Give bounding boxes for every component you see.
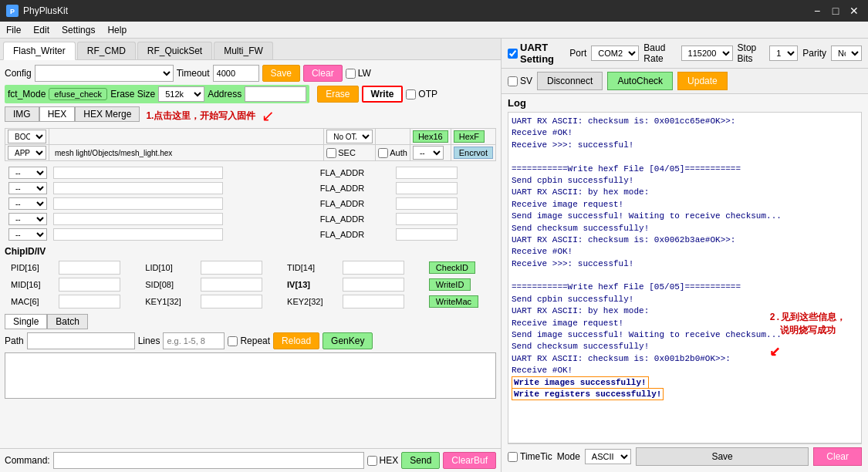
tab-batch[interactable]: Batch xyxy=(47,314,88,329)
ota-select[interactable]: No OTA xyxy=(326,130,373,143)
auth-checkbox[interactable] xyxy=(378,148,388,158)
file-input-boot[interactable] xyxy=(52,130,321,143)
tab-flash-writer[interactable]: Flash_Writer xyxy=(3,42,76,60)
path-input[interactable] xyxy=(27,332,135,349)
fla-file-3[interactable] xyxy=(53,197,223,210)
key1-input[interactable] xyxy=(201,295,262,308)
fct-mode-row: fct_Mode efuse_check Erase Size 512k Add… xyxy=(5,85,496,103)
fla-addr-input-3[interactable] xyxy=(396,197,458,210)
baud-select[interactable]: 115200 xyxy=(681,46,733,61)
right-panel: UART Setting Port COM2 Baud Rate 115200 … xyxy=(502,39,868,472)
command-row: Command: HEX Send ClearBuf xyxy=(0,448,501,472)
port-select[interactable]: COM2 xyxy=(591,46,639,61)
sub-tab-img[interactable]: IMG xyxy=(5,106,39,122)
autocheck-button[interactable]: AutoCheck xyxy=(607,72,673,90)
fla-input-4 xyxy=(51,212,316,226)
fla-type-2: -- xyxy=(6,181,49,195)
batch-textarea[interactable] xyxy=(5,352,496,399)
timeout-label: Timeout xyxy=(177,68,210,79)
mode-select[interactable]: ASCII HEX xyxy=(585,449,631,464)
fla-select-1[interactable]: -- xyxy=(8,167,47,179)
genkey-button[interactable]: GenKey xyxy=(323,332,373,349)
menu-settings[interactable]: Settings xyxy=(56,23,101,37)
app-file-input[interactable] xyxy=(52,146,321,160)
fla-addr-input-1[interactable] xyxy=(396,167,458,179)
fla-addr-input-4[interactable] xyxy=(396,213,458,225)
parity-select[interactable]: No xyxy=(831,46,862,61)
command-input[interactable] xyxy=(53,452,364,469)
pid-input[interactable] xyxy=(59,261,120,275)
erase-size-select[interactable]: 512k xyxy=(158,86,204,102)
menu-edit[interactable]: Edit xyxy=(27,23,56,37)
reload-button[interactable]: Reload xyxy=(273,332,319,349)
mac-input[interactable] xyxy=(59,295,120,308)
hexf-button[interactable]: HexF xyxy=(454,130,485,143)
sid-input[interactable] xyxy=(201,278,262,292)
menu-help[interactable]: Help xyxy=(101,23,133,37)
tab-multi-fw[interactable]: Multi_FW xyxy=(214,42,273,59)
sub-tab-hex[interactable]: HEX xyxy=(39,106,76,122)
log-content[interactable]: UART RX ASCII: checksum is: 0x001cc65e#O… xyxy=(508,112,862,443)
hex-checkbox[interactable] xyxy=(367,456,377,466)
writemac-button[interactable]: WriteMac xyxy=(429,295,478,308)
app-option-select[interactable]: -- xyxy=(413,146,444,160)
mid-input[interactable] xyxy=(59,278,120,292)
fla-file-2[interactable] xyxy=(53,182,223,194)
menu-file[interactable]: File xyxy=(0,23,27,37)
save-log-button[interactable]: Save xyxy=(636,447,809,466)
uart-enable-checkbox[interactable] xyxy=(508,49,518,59)
checkid-button[interactable]: CheckID xyxy=(429,261,475,274)
fla-type-1: -- xyxy=(6,166,49,180)
send-button[interactable]: Send xyxy=(401,452,440,469)
update-button[interactable]: Update xyxy=(677,72,728,90)
fla-select-5[interactable]: -- xyxy=(8,228,47,241)
fla-file-5[interactable] xyxy=(53,228,223,241)
key2-label: KEY2[32] xyxy=(282,294,336,309)
iv-input[interactable] xyxy=(343,278,404,292)
lid-input[interactable] xyxy=(201,261,262,275)
encrvot-button[interactable]: Encrvot xyxy=(454,147,493,159)
address-input[interactable] xyxy=(245,86,306,102)
tab-single[interactable]: Single xyxy=(5,314,47,329)
clear-log-button[interactable]: Clear xyxy=(813,447,862,466)
type-select-app[interactable]: APP xyxy=(8,146,46,160)
timeout-input[interactable]: 4000 xyxy=(213,65,259,82)
lw-checkbox[interactable] xyxy=(346,69,356,79)
fla-file-4[interactable] xyxy=(53,213,223,225)
maximize-button[interactable]: □ xyxy=(828,5,843,17)
minimize-button[interactable]: − xyxy=(809,5,825,17)
config-select[interactable] xyxy=(35,65,174,82)
tab-rf-quickset[interactable]: RF_QuickSet xyxy=(137,42,212,59)
hex16-button[interactable]: Hex16 xyxy=(413,130,448,143)
lines-input[interactable] xyxy=(163,332,225,349)
write-button[interactable]: Write xyxy=(362,86,404,103)
sv-label: SV xyxy=(508,76,532,86)
clear-top-button[interactable]: Clear xyxy=(303,65,343,82)
disconnect-button[interactable]: Disconnect xyxy=(537,72,603,90)
command-label: Command: xyxy=(5,455,50,466)
fla-select-3[interactable]: -- xyxy=(8,197,47,210)
writeid-button[interactable]: WriteID xyxy=(429,278,471,291)
sub-tab-hex-merge[interactable]: HEX Merge xyxy=(75,106,140,122)
stop-bits-select[interactable]: 1 xyxy=(769,46,798,61)
sv-checkbox[interactable] xyxy=(508,76,518,86)
otp-checkbox[interactable] xyxy=(406,89,416,99)
fla-select-2[interactable]: -- xyxy=(8,182,47,194)
close-button[interactable]: ✕ xyxy=(846,5,862,17)
fla-addr-input-2[interactable] xyxy=(396,182,458,194)
save-button[interactable]: Save xyxy=(262,65,300,82)
tid-input[interactable] xyxy=(343,261,404,275)
fla-file-1[interactable] xyxy=(53,167,223,179)
sec-checkbox[interactable] xyxy=(326,148,336,158)
tab-rf-cmd[interactable]: RF_CMD xyxy=(77,42,136,59)
log-line-4: ===========Write hexf File [04/05]======… xyxy=(512,164,858,175)
boot-cell: BOOT xyxy=(5,129,49,145)
timeticbox-checkbox[interactable] xyxy=(508,452,518,462)
erase-button[interactable]: Erase xyxy=(317,86,358,103)
clearbuf-button[interactable]: ClearBuf xyxy=(443,452,496,469)
fla-select-4[interactable]: -- xyxy=(8,213,47,225)
repeat-checkbox[interactable] xyxy=(228,336,238,346)
key2-input[interactable] xyxy=(343,295,404,308)
type-select-boot[interactable]: BOOT xyxy=(8,130,46,143)
fla-addr-input-5[interactable] xyxy=(396,228,458,241)
